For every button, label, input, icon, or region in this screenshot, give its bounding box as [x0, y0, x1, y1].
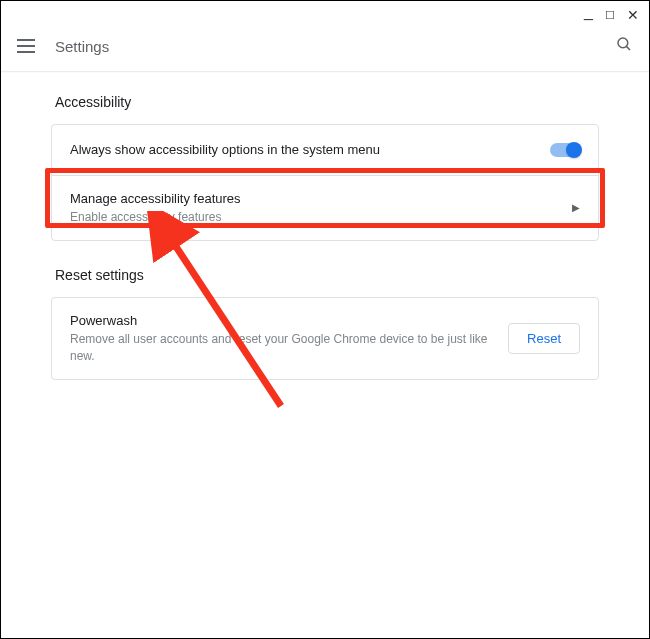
close-icon[interactable]: ✕	[627, 8, 639, 22]
chevron-right-icon: ▶	[572, 202, 580, 213]
content: Accessibility Always show accessibility …	[1, 72, 649, 380]
menu-icon[interactable]	[17, 39, 35, 53]
svg-line-1	[626, 46, 630, 50]
svg-point-0	[618, 38, 628, 48]
reset-button[interactable]: Reset	[508, 323, 580, 354]
powerwash-title: Powerwash	[70, 312, 508, 330]
minimize-icon[interactable]: _	[584, 4, 593, 20]
search-icon[interactable]	[615, 35, 633, 57]
maximize-icon[interactable]: ☐	[605, 10, 615, 21]
accessibility-card: Always show accessibility options in the…	[51, 124, 599, 241]
accessibility-heading: Accessibility	[51, 94, 599, 110]
window-controls: _ ☐ ✕	[584, 7, 639, 23]
manage-accessibility-subtitle: Enable accessibility features	[70, 209, 572, 226]
always-show-label: Always show accessibility options in the…	[70, 141, 550, 159]
reset-heading: Reset settings	[51, 267, 599, 283]
manage-accessibility-row[interactable]: Manage accessibility features Enable acc…	[52, 175, 598, 240]
header-title: Settings	[55, 38, 615, 55]
always-show-row[interactable]: Always show accessibility options in the…	[52, 125, 598, 175]
header: Settings	[1, 19, 649, 72]
manage-accessibility-title: Manage accessibility features	[70, 190, 572, 208]
always-show-toggle[interactable]	[550, 143, 580, 157]
reset-card: Powerwash Remove all user accounts and r…	[51, 297, 599, 380]
powerwash-subtitle: Remove all user accounts and reset your …	[70, 331, 508, 365]
powerwash-row: Powerwash Remove all user accounts and r…	[52, 298, 598, 379]
